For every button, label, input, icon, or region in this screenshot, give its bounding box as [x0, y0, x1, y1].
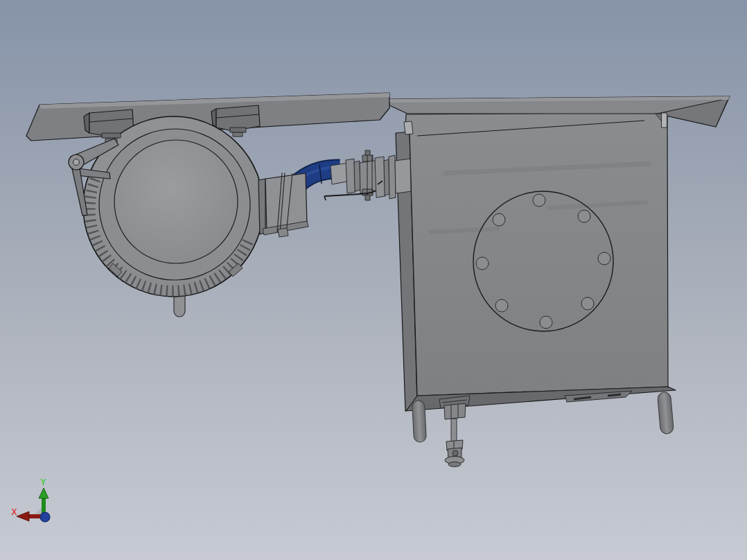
flange-bolt-hole[interactable]	[493, 213, 505, 226]
cad-graphics-area[interactable]: X Y	[0, 0, 747, 560]
flange-bolt-hole[interactable]	[495, 299, 508, 312]
part-tank-body[interactable]	[396, 112, 676, 411]
duct-box-side[interactable]	[258, 179, 265, 234]
drain-hex-nut[interactable]	[444, 403, 466, 419]
flange-bolt-hole[interactable]	[476, 257, 489, 270]
tank-inlet-stub[interactable]	[395, 159, 411, 193]
tank-front-face[interactable]	[405, 112, 668, 396]
flange-bolt-hole[interactable]	[533, 194, 545, 207]
plate-gusset-tab[interactable]	[662, 113, 667, 128]
x-axis-label: X	[12, 507, 17, 517]
blower-face[interactable]	[114, 140, 238, 263]
slot-detail	[608, 394, 621, 396]
z-axis-dot	[40, 512, 50, 522]
y-axis-label: Y	[41, 477, 46, 487]
strap-clip[interactable]	[278, 228, 288, 237]
flange-bolt-hole[interactable]	[598, 252, 610, 265]
flange-bolt-hole[interactable]	[578, 210, 590, 222]
block-right-face[interactable]	[216, 105, 260, 131]
drain-stem[interactable]	[451, 419, 457, 442]
tank-hanger-tab[interactable]	[404, 121, 413, 134]
tank-leg-left[interactable]	[412, 401, 426, 443]
block-bolt[interactable]	[102, 133, 121, 138]
valve-foot[interactable]	[448, 462, 461, 467]
coupling-flange[interactable]	[389, 155, 396, 199]
clamp-stud-bottom[interactable]	[365, 195, 370, 200]
flange-bolt-hole[interactable]	[540, 316, 552, 329]
model-viewport[interactable]: X Y	[0, 0, 747, 560]
valve-hole[interactable]	[452, 450, 458, 456]
block-bolt[interactable]	[230, 128, 246, 132]
block-bolt[interactable]	[233, 132, 243, 137]
flange-bolt-hole[interactable]	[581, 297, 594, 310]
bracket-pivot-hole[interactable]	[73, 159, 80, 166]
